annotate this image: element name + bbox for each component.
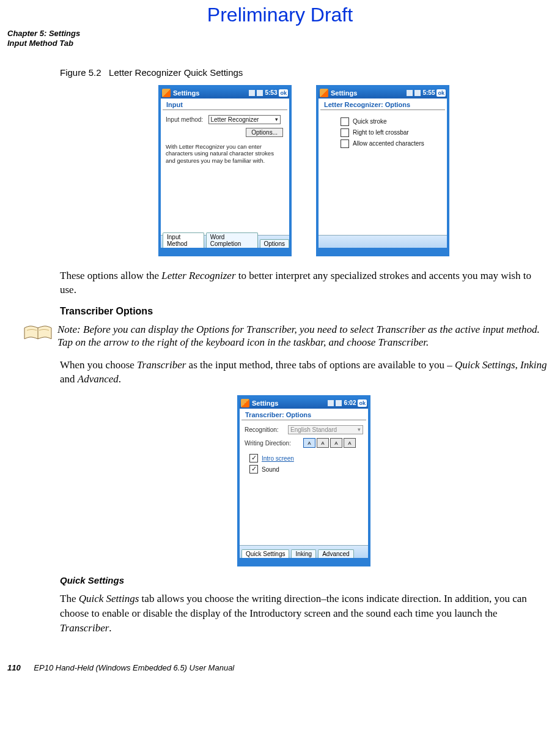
pda-titlebar: Settings 5:53 ok: [161, 87, 289, 98]
tab-word-completion[interactable]: Word Completion: [206, 232, 258, 248]
signal-icon: [328, 400, 334, 406]
recognition-label: Recognition:: [245, 426, 284, 433]
wd-icon-3[interactable]: A: [330, 438, 342, 448]
pda-subtitle: Transcriber: Options: [241, 409, 366, 420]
manual-title: EP10 Hand-Held (Windows Embedded 6.5) Us…: [34, 663, 234, 672]
ok-button[interactable]: ok: [437, 89, 446, 97]
figure-caption: Figure 5.2 Letter Recognizer Quick Setti…: [60, 67, 548, 78]
em-letter-recognizer: Letter Recognizer: [161, 270, 235, 281]
pda-app-title: Settings: [331, 87, 357, 98]
quick-stroke-checkbox[interactable]: [341, 117, 349, 126]
signal-icon: [249, 90, 255, 96]
input-method-label: Input method:: [166, 116, 203, 123]
accented-chars-checkbox[interactable]: [341, 139, 349, 148]
tab-options[interactable]: Options: [260, 239, 289, 248]
chapter-line-2: Input Method Tab: [7, 39, 560, 48]
quick-stroke-label: Quick stroke: [353, 118, 387, 125]
pda-input-settings: Settings 5:53 ok Input Input method: Let…: [158, 85, 292, 256]
text-run: When you choose: [60, 359, 137, 371]
note-label: Note:: [57, 324, 81, 335]
pda-tabs: Quick Settings Inking Advanced: [240, 545, 368, 558]
pda-tabs-empty: [319, 235, 447, 248]
recognition-select: English Standard: [288, 425, 363, 434]
pda-app-title: Settings: [252, 398, 278, 409]
em-tabs-list: Quick Settings, Inking: [455, 359, 547, 371]
pda-body: Recognition: English Standard Writing Di…: [240, 424, 368, 545]
em-transcriber-2: Transcriber: [60, 622, 109, 634]
text-run: and: [60, 373, 78, 385]
paragraph-letter-recognizer: These options allow the Letter Recognize…: [60, 269, 548, 298]
paragraph-transcriber-tabs: When you choose Transcriber as the input…: [60, 358, 548, 387]
figure-title: Letter Recognizer Quick Settings: [109, 67, 243, 78]
tab-quick-settings[interactable]: Quick Settings: [241, 549, 289, 558]
accented-chars-label: Allow accented characters: [353, 140, 424, 147]
start-flag-icon: [320, 89, 328, 97]
volume-icon: [414, 90, 421, 96]
em-transcriber: Transcriber: [137, 359, 186, 371]
chapter-header: Chapter 5: Settings Input Method Tab: [7, 29, 560, 49]
pda-transcriber-options: Settings 6:02 ok Transcriber: Options Re…: [237, 395, 370, 566]
signal-icon: [407, 90, 413, 96]
preliminary-draft-watermark: Preliminary Draft: [0, 4, 560, 26]
sound-label: Sound: [262, 466, 279, 473]
intro-screen-label[interactable]: Intro screen: [262, 455, 294, 462]
text-run: .: [109, 622, 111, 634]
sound-checkbox[interactable]: [249, 465, 258, 473]
writing-direction-icons[interactable]: A A A A: [303, 438, 356, 448]
ok-button[interactable]: ok: [279, 89, 288, 97]
clock-text: 5:53: [265, 87, 277, 98]
start-flag-icon: [241, 399, 249, 407]
wd-icon-1[interactable]: A: [303, 438, 315, 448]
writing-direction-label: Writing Direction:: [245, 440, 297, 447]
text-run: as the input method, three tabs of optio…: [186, 359, 455, 371]
pda-body: Input method: Letter Recognizer Options.…: [161, 114, 289, 235]
chapter-line-1: Chapter 5: Settings: [7, 29, 560, 39]
text-run: .: [119, 373, 121, 385]
note-block: Note: Before you can display the Options…: [23, 323, 548, 349]
volume-icon: [336, 400, 342, 406]
text-run: The: [60, 593, 79, 604]
em-quick-settings: Quick Settings: [79, 593, 139, 604]
paragraph-quick-settings: The Quick Settings tab allows you choose…: [60, 592, 548, 635]
wd-icon-2[interactable]: A: [317, 438, 329, 448]
wd-icon-4[interactable]: A: [344, 438, 356, 448]
volume-icon: [257, 90, 263, 96]
em-advanced: Advanced: [78, 373, 119, 385]
page-number: 110: [7, 663, 21, 672]
figure-number: Figure 5.2: [60, 67, 101, 78]
tab-input-method[interactable]: Input Method: [163, 232, 204, 248]
book-icon: [23, 324, 53, 341]
note-text: Note: Before you can display the Options…: [57, 323, 548, 349]
note-body: Before you can display the Options for T…: [57, 324, 540, 348]
rtl-crossbar-label: Right to left crossbar: [353, 129, 409, 136]
figure-5-2-screenshots: Settings 5:53 ok Input Input method: Let…: [60, 85, 548, 256]
pda-subtitle: Letter Recognizer: Options: [320, 98, 445, 110]
tab-inking[interactable]: Inking: [291, 549, 316, 558]
clock-text: 6:02: [344, 398, 356, 409]
pda-titlebar: Settings 6:02 ok: [240, 398, 368, 409]
pda-app-title: Settings: [173, 87, 199, 98]
input-method-select[interactable]: Letter Recognizer: [208, 115, 281, 124]
pda-letter-recognizer-options: Settings 5:55 ok Letter Recognizer: Opti…: [316, 85, 449, 256]
start-flag-icon: [162, 89, 171, 97]
options-button[interactable]: Options...: [246, 128, 283, 137]
text-run: These options allow the: [60, 270, 161, 281]
heading-transcriber-options: Transcriber Options: [60, 306, 548, 317]
ok-button[interactable]: ok: [358, 399, 367, 407]
page-footer: 110 EP10 Hand-Held (Windows Embedded 6.5…: [7, 663, 234, 672]
input-help-text: With Letter Recognizer you can enter cha…: [166, 143, 284, 165]
pda-body: Quick stroke Right to left crossbar Allo…: [319, 114, 447, 235]
tab-advanced[interactable]: Advanced: [318, 549, 353, 558]
pda-titlebar: Settings 5:55 ok: [319, 87, 447, 98]
heading-quick-settings: Quick Settings: [60, 575, 548, 585]
pda-subtitle: Input: [163, 98, 287, 110]
rtl-crossbar-checkbox[interactable]: [341, 128, 349, 137]
pda-tabs: Input Method Word Completion Options: [161, 235, 289, 248]
intro-screen-checkbox[interactable]: [249, 454, 258, 462]
clock-text: 5:55: [422, 87, 435, 98]
